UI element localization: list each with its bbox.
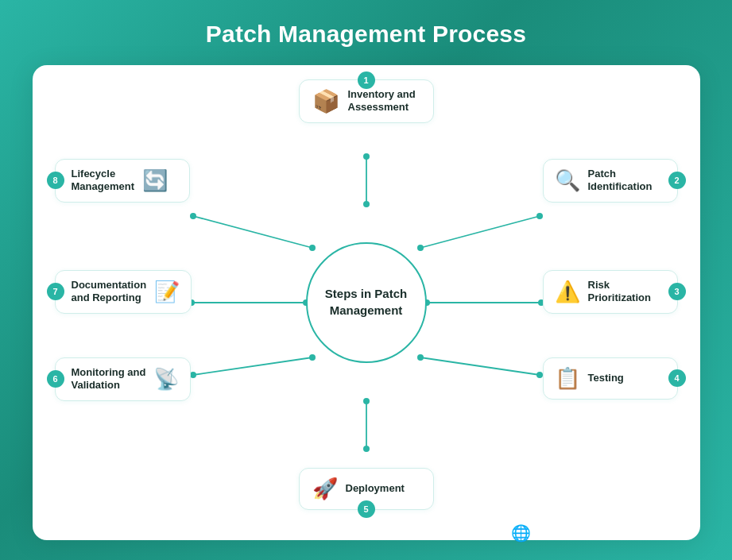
step-3-number: 3 — [668, 283, 686, 300]
step-3-label: RiskPrioritization — [588, 279, 651, 306]
page-title: Patch Management Process — [206, 21, 526, 48]
svg-line-7 — [193, 216, 312, 248]
step-6-label: Monitoring andValidation — [72, 366, 146, 393]
svg-line-1 — [420, 216, 540, 248]
main-container: Patch Management Process — [0, 0, 732, 560]
step-8-label: LifecycleManagement — [72, 168, 134, 195]
step-6-number: 6 — [47, 370, 64, 388]
brand-name: Enterprise Networking Planet — [537, 527, 692, 539]
brand: 🌐 Enterprise Networking Planet — [511, 523, 692, 543]
svg-point-16 — [363, 398, 370, 404]
step-box-8: 8 LifecycleManagement 🔄 — [55, 159, 190, 203]
step-3-icon: ⚠️ — [555, 280, 580, 304]
step-4-icon: 📋 — [555, 366, 580, 391]
step-7-label: Documentationand Reporting — [72, 279, 147, 306]
step-7-icon: 📝 — [154, 280, 180, 304]
step-2-icon: 🔍 — [555, 168, 580, 193]
step-5-label: Deployment — [346, 482, 405, 496]
svg-point-14 — [417, 354, 424, 361]
step-box-6: 6 Monitoring andValidation 📡 — [55, 357, 192, 402]
svg-point-22 — [309, 245, 316, 251]
step-box-1: 1 📦 Inventory andAssessment — [299, 79, 434, 124]
svg-point-10 — [417, 245, 424, 251]
step-4-label: Testing — [588, 372, 624, 385]
svg-point-8 — [363, 201, 370, 207]
step-2-number: 2 — [668, 172, 686, 189]
diagram-card: Steps in PatchManagement 1 📦 Inventory a… — [33, 65, 700, 540]
step-1-label: Inventory andAssessment — [348, 88, 416, 115]
step-6-icon: 📡 — [153, 367, 179, 392]
center-text: Steps in PatchManagement — [325, 286, 407, 319]
step-box-4: 📋 Testing 4 — [543, 357, 678, 400]
step-box-7: 7 Documentationand Reporting 📝 — [55, 270, 192, 315]
svg-point-11 — [536, 213, 543, 219]
svg-line-3 — [420, 357, 540, 375]
svg-point-9 — [363, 153, 370, 160]
center-circle: Steps in PatchManagement — [306, 242, 427, 363]
step-4-number: 4 — [668, 369, 686, 387]
svg-point-18 — [309, 354, 316, 361]
svg-point-23 — [190, 213, 196, 219]
step-1-icon: 📦 — [312, 88, 340, 114]
step-1-number: 1 — [358, 71, 375, 89]
step-7-number: 7 — [47, 283, 64, 300]
step-2-label: PatchIdentification — [588, 168, 653, 195]
step-box-5: 🚀 Deployment 5 — [299, 468, 434, 510]
step-8-icon: 🔄 — [142, 168, 168, 193]
svg-point-15 — [536, 372, 543, 378]
step-8-number: 8 — [47, 172, 64, 189]
step-5-icon: 🚀 — [312, 477, 338, 501]
step-box-3: ⚠️ RiskPrioritization 3 — [543, 270, 678, 315]
step-box-2: 🔍 PatchIdentification 2 — [543, 159, 678, 203]
svg-point-17 — [363, 446, 370, 452]
svg-line-5 — [193, 357, 312, 375]
step-5-number: 5 — [358, 500, 375, 518]
brand-icon: 🌐 — [511, 523, 531, 543]
